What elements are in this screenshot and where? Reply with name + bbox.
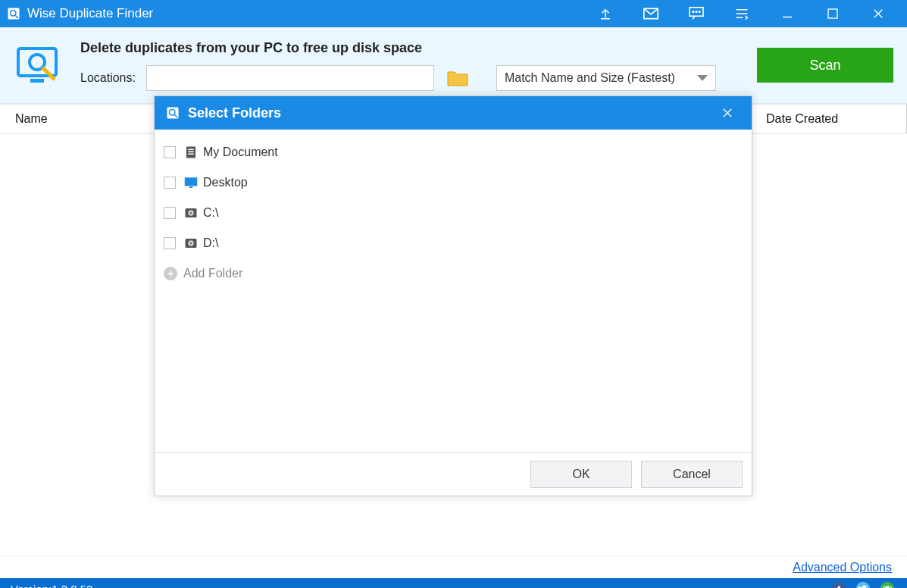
column-date-created[interactable]: Date Created [750,105,907,133]
svg-rect-16 [30,79,44,83]
feedback-icon[interactable] [674,0,719,27]
svg-rect-30 [188,149,194,151]
app-icon [6,6,21,21]
dialog-title: Select Folders [188,105,281,121]
drive-icon [183,205,199,220]
match-mode-value: Match Name and Size (Fastest) [505,71,675,85]
close-button[interactable] [855,0,901,27]
svg-rect-34 [189,186,193,188]
advanced-options-link[interactable]: Advanced Options [793,561,892,574]
folder-row[interactable]: My Document [161,137,746,167]
scan-button[interactable]: Scan [757,48,893,83]
svg-rect-32 [188,154,194,155]
select-folders-dialog: Select Folders My Document Desktop C [154,95,752,496]
svg-rect-33 [185,177,198,186]
svg-rect-12 [828,9,837,18]
footer-link-row: Advanced Options [0,555,907,578]
folder-label: D:\ [203,236,218,250]
version-text: Version:1.3.8.52 [11,583,92,589]
browse-folder-button[interactable] [445,65,471,91]
mail-icon[interactable] [628,0,674,27]
folder-row[interactable]: Desktop [161,167,746,198]
document-icon [183,145,199,160]
minimize-button[interactable] [765,0,810,27]
checkbox[interactable] [164,237,176,249]
ok-button[interactable]: OK [530,461,632,488]
dialog-footer: OK Cancel [155,453,752,496]
svg-rect-15 [18,48,56,76]
svg-point-5 [693,11,694,13]
app-title: Wise Duplicate Finder [27,6,153,21]
email-icon[interactable] [878,580,896,588]
menu-icon[interactable] [719,0,765,27]
svg-point-40 [190,242,192,244]
add-folder-label: Add Folder [183,267,242,280]
maximize-button[interactable] [810,0,855,27]
svg-point-6 [696,11,697,13]
chevron-down-icon [697,75,708,81]
svg-point-7 [699,11,700,13]
folder-row[interactable]: D:\ [161,228,746,258]
svg-line-18 [42,67,55,80]
dialog-titlebar: Select Folders [155,96,752,130]
checkbox[interactable] [164,207,176,219]
folder-label: C:\ [203,206,218,220]
dialog-body: My Document Desktop C:\ D:\ + Add Fo [155,130,752,453]
statusbar: Version:1.3.8.52 f [0,578,907,588]
app-logo [14,39,67,92]
desktop-icon [183,175,199,190]
dialog-close-button[interactable] [714,96,741,130]
cancel-button[interactable]: Cancel [641,461,743,488]
folder-label: Desktop [203,176,248,189]
dialog-icon [165,105,180,120]
checkbox[interactable] [164,177,176,189]
header-area: Delete duplicates from your PC to free u… [0,27,907,104]
svg-text:f: f [837,583,840,588]
upgrade-icon[interactable] [583,0,628,27]
folder-row[interactable]: C:\ [161,198,746,228]
scan-label: Scan [809,58,840,74]
twitter-icon[interactable] [854,580,872,588]
locations-label: Locations: [80,71,136,85]
locations-input[interactable] [146,65,434,91]
drive-icon [183,236,199,251]
svg-rect-31 [188,152,194,153]
titlebar: Wise Duplicate Finder [0,0,907,27]
plus-icon: + [164,267,177,280]
folder-label: My Document [203,145,278,159]
add-folder-button[interactable]: + Add Folder [161,258,746,289]
match-mode-select[interactable]: Match Name and Size (Fastest) [496,65,716,91]
svg-point-37 [190,212,192,214]
facebook-icon[interactable]: f [830,580,848,588]
checkbox[interactable] [164,146,176,158]
headline: Delete duplicates from your PC to free u… [80,40,743,56]
